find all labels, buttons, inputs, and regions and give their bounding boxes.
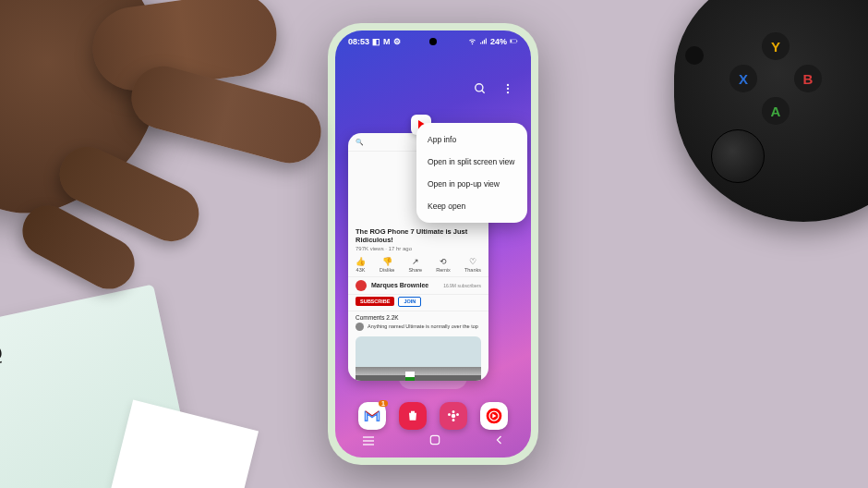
dock-gallery[interactable] [440, 402, 467, 430]
status-notif-icon: ◧ [372, 37, 380, 46]
phone-screen: 08:53 ◧ M ⚙ 24% [335, 30, 531, 458]
svg-point-7 [507, 92, 509, 93]
app-context-menu: App info Open in split screen view Open … [416, 123, 527, 223]
subscribe-button: SUBSCRIBE [356, 297, 394, 306]
status-wifi-icon [468, 37, 476, 47]
dock: 1 [335, 402, 531, 430]
status-settings-icon: ⚙ [393, 37, 401, 46]
status-gmail-icon: M [383, 37, 391, 46]
menu-keep-open[interactable]: Keep open [416, 195, 527, 217]
front-camera [429, 38, 437, 45]
video-action-row: 👍43K 👎Dislike ↗Share ⟲Remix ♡Thanks [348, 255, 488, 276]
hand [0, 0, 323, 323]
commenter-avatar [356, 323, 364, 331]
channel-row: Marques Brownlee 16.9M subscribers [348, 276, 488, 295]
box-q-text: Q [0, 340, 5, 367]
svg-line-4 [482, 91, 485, 93]
search-icon: 🔍 [356, 139, 364, 146]
controller-x-button: X [729, 65, 757, 92]
remix-icon: ⟲ [440, 257, 447, 266]
thumbs-down-icon: 👎 [382, 257, 392, 266]
remix-button: ⟲Remix [436, 257, 451, 273]
controller-y-button: Y [762, 32, 790, 60]
svg-point-6 [507, 88, 509, 90]
svg-rect-14 [430, 435, 439, 444]
status-signal-icon [479, 37, 488, 47]
paper-slip [111, 400, 259, 488]
svg-point-3 [476, 84, 483, 92]
thanks-icon: ♡ [469, 257, 476, 266]
menu-popup-view[interactable]: Open in pop-up view [416, 173, 527, 195]
svg-point-5 [507, 84, 509, 86]
recents-search-icon[interactable] [474, 82, 487, 99]
comments-header: Comments 2.2K [348, 311, 488, 323]
controller-b-button: B [794, 65, 822, 92]
channel-subs: 16.9M subscribers [443, 283, 481, 288]
thanks-button: ♡Thanks [464, 257, 481, 273]
share-button: ↗Share [408, 257, 422, 273]
xbox-controller: Y X B A [674, 0, 868, 222]
channel-name: Marques Brownlee [371, 282, 439, 288]
navigation-bar [335, 432, 531, 452]
status-battery-icon [510, 37, 518, 47]
status-time: 08:53 [348, 37, 369, 46]
dock-youtube-music[interactable] [480, 402, 508, 430]
dock-galaxy-store[interactable] [399, 402, 427, 430]
menu-split-screen[interactable]: Open in split screen view [416, 151, 527, 173]
recents-more-icon[interactable] [501, 82, 514, 99]
dislike-button: 👎Dislike [380, 257, 394, 273]
dock-gmail[interactable]: 1 [358, 402, 386, 430]
controller-stick [711, 129, 765, 183]
controller-a-button: A [762, 97, 790, 125]
phone-body: 08:53 ◧ M ⚙ 24% [328, 23, 538, 465]
video-meta: 797K views · 17 hr ago [348, 246, 488, 255]
comment-preview: Anything named Ultimate is normally over… [348, 323, 488, 335]
nav-home[interactable] [428, 433, 441, 450]
status-battery-pct: 24% [490, 37, 507, 46]
channel-avatar [356, 280, 367, 291]
share-icon: ↗ [412, 257, 419, 266]
like-button: 👍43K [356, 257, 366, 273]
nav-recents[interactable] [361, 433, 376, 450]
menu-app-info[interactable]: App info [416, 128, 527, 151]
svg-rect-1 [511, 40, 512, 43]
video-title: The ROG Phone 7 Ultimate is Just Ridicul… [348, 222, 488, 246]
gmail-badge: 1 [379, 400, 388, 407]
next-video-thumbnail [356, 336, 481, 381]
thumbs-up-icon: 👍 [356, 257, 366, 266]
controller-menu-button [685, 46, 704, 65]
svg-rect-2 [517, 40, 518, 42]
svg-point-8 [452, 414, 456, 419]
join-button: JOIN [398, 297, 421, 307]
nav-back[interactable] [494, 433, 505, 450]
